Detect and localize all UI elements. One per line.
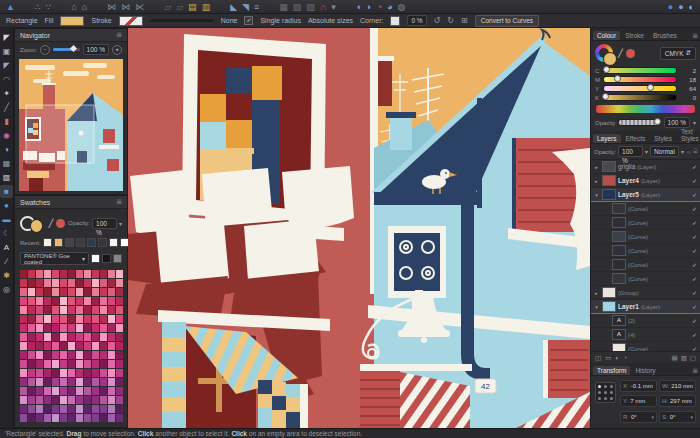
pantone-swatch[interactable] xyxy=(52,369,59,377)
recent-swatch[interactable] xyxy=(65,238,74,247)
pantone-swatch[interactable] xyxy=(108,387,115,395)
pantone-swatch[interactable] xyxy=(68,306,75,314)
adjustment-layer-icon[interactable]: ◐ xyxy=(615,354,619,361)
pantone-swatch[interactable] xyxy=(44,288,51,296)
pantone-swatch[interactable] xyxy=(68,396,75,404)
palette-select[interactable]: PANTONE® Goe coated ▾ xyxy=(20,252,89,265)
pantone-swatch[interactable] xyxy=(76,279,83,287)
canvas[interactable]: 42 xyxy=(128,28,590,428)
cmyk-slider-y[interactable]: Y64 xyxy=(595,84,696,93)
pantone-swatch[interactable] xyxy=(108,405,115,413)
pantone-swatch[interactable] xyxy=(100,360,107,368)
expand-arrow-icon[interactable]: ▸ xyxy=(593,290,600,296)
layer-row[interactable]: (Curve)✓ xyxy=(591,244,700,258)
pantone-swatch[interactable] xyxy=(76,405,83,413)
pantone-swatch[interactable] xyxy=(60,324,67,332)
slider-value[interactable]: 0 xyxy=(680,95,696,101)
slider-value[interactable]: 2 xyxy=(680,68,696,74)
fill-swatch[interactable] xyxy=(60,16,84,26)
layer-row[interactable]: (Curve)✓ xyxy=(591,342,700,351)
pantone-swatch[interactable] xyxy=(36,405,43,413)
pantone-swatch[interactable] xyxy=(116,387,123,395)
pantone-swatch[interactable] xyxy=(84,297,91,305)
pantone-swatch[interactable] xyxy=(92,351,99,359)
recent-swatch[interactable] xyxy=(109,238,118,247)
pantone-swatch[interactable] xyxy=(116,351,123,359)
corner-value-input[interactable]: 0 % xyxy=(407,15,426,26)
layer-row[interactable]: (Curve)✓ xyxy=(591,216,700,230)
snap-grid-icon[interactable]: ▦ xyxy=(279,1,288,13)
artboard-tool[interactable]: ▣ xyxy=(0,45,13,58)
insert-shape-alt-icon[interactable]: ⌂ xyxy=(82,1,87,13)
swatches-opacity-value[interactable]: 100 % xyxy=(92,218,117,229)
pantone-swatch[interactable] xyxy=(116,288,123,296)
panel-menu-icon[interactable]: ≣ xyxy=(692,32,698,40)
alignment-icon[interactable]: ≡ xyxy=(254,1,259,13)
pantone-swatch[interactable] xyxy=(28,360,35,368)
pantone-swatch[interactable] xyxy=(60,333,67,341)
layer-effects-icon[interactable]: ◔ xyxy=(623,354,627,361)
pantone-swatch[interactable] xyxy=(28,405,35,413)
pantone-swatch[interactable] xyxy=(52,351,59,359)
cmyk-slider-m[interactable]: M18 xyxy=(595,75,696,84)
pantone-swatch[interactable] xyxy=(60,360,67,368)
pantone-swatch[interactable] xyxy=(20,369,27,377)
pantone-swatch[interactable] xyxy=(100,279,107,287)
pantone-swatch[interactable] xyxy=(84,324,91,332)
layer-row[interactable]: A(2)✓ xyxy=(591,314,700,328)
pantone-swatch[interactable] xyxy=(60,351,67,359)
pantone-swatch[interactable] xyxy=(28,315,35,323)
expand-arrow-icon[interactable]: ▾ xyxy=(593,192,600,198)
transform-point-icon[interactable]: ∵ xyxy=(46,1,52,13)
align-right-icon[interactable]: ◥ xyxy=(242,1,249,13)
pantone-swatch[interactable] xyxy=(44,270,51,278)
pantone-swatch[interactable] xyxy=(100,324,107,332)
pantone-swatch[interactable] xyxy=(36,378,43,386)
pantone-swatch[interactable] xyxy=(28,414,35,422)
recent-swatch[interactable] xyxy=(54,238,63,247)
pantone-swatch[interactable] xyxy=(20,387,27,395)
pantone-swatch[interactable] xyxy=(92,414,99,422)
pantone-swatch[interactable] xyxy=(52,315,59,323)
pantone-swatch[interactable] xyxy=(92,405,99,413)
pantone-swatch[interactable] xyxy=(52,360,59,368)
tab-history[interactable]: History xyxy=(631,366,659,375)
pantone-swatch[interactable] xyxy=(76,342,83,350)
pantone-swatch[interactable] xyxy=(28,324,35,332)
colour-wheel-well[interactable] xyxy=(595,44,613,62)
slider-value[interactable]: 64 xyxy=(680,86,696,92)
pantone-swatch[interactable] xyxy=(28,378,35,386)
pantone-swatch[interactable] xyxy=(36,324,43,332)
blend-options-icon[interactable]: ☼ xyxy=(686,149,692,155)
pantone-swatch[interactable] xyxy=(100,342,107,350)
snap-guide-icon[interactable]: ▧ xyxy=(293,1,302,13)
secondary-colour-well[interactable] xyxy=(56,219,65,228)
text-tool[interactable]: A xyxy=(0,241,13,254)
pantone-swatch[interactable] xyxy=(60,297,67,305)
pantone-swatch[interactable] xyxy=(76,270,83,278)
pantone-swatch[interactable] xyxy=(60,315,67,323)
layer-row[interactable]: ▸(Group)✓ xyxy=(591,286,700,300)
pantone-swatch[interactable] xyxy=(52,414,59,422)
forward-one-icon[interactable]: ▱ xyxy=(176,1,183,13)
pantone-swatch[interactable] xyxy=(100,405,107,413)
place-image-tool[interactable]: ▦ xyxy=(0,157,13,170)
pantone-swatch[interactable] xyxy=(28,369,35,377)
pantone-swatch[interactable] xyxy=(28,297,35,305)
view-vector-icon[interactable]: ● xyxy=(668,1,673,13)
pantone-swatch[interactable] xyxy=(92,342,99,350)
move-icon[interactable]: ∴ xyxy=(35,1,41,13)
tab-text-styles[interactable]: Text Styles xyxy=(677,127,700,143)
pantone-swatch[interactable] xyxy=(116,333,123,341)
pantone-swatch[interactable] xyxy=(92,315,99,323)
pantone-swatch[interactable] xyxy=(68,288,75,296)
red-building[interactable] xyxy=(128,28,394,428)
pantone-swatch[interactable] xyxy=(76,351,83,359)
pantone-swatch[interactable] xyxy=(60,306,67,314)
pantone-swatch[interactable] xyxy=(100,333,107,341)
pantone-swatch[interactable] xyxy=(76,378,83,386)
pantone-swatch[interactable] xyxy=(36,333,43,341)
smudge-tool[interactable]: ✱ xyxy=(0,269,13,282)
pantone-swatch[interactable] xyxy=(92,297,99,305)
pantone-swatch[interactable] xyxy=(108,414,115,422)
